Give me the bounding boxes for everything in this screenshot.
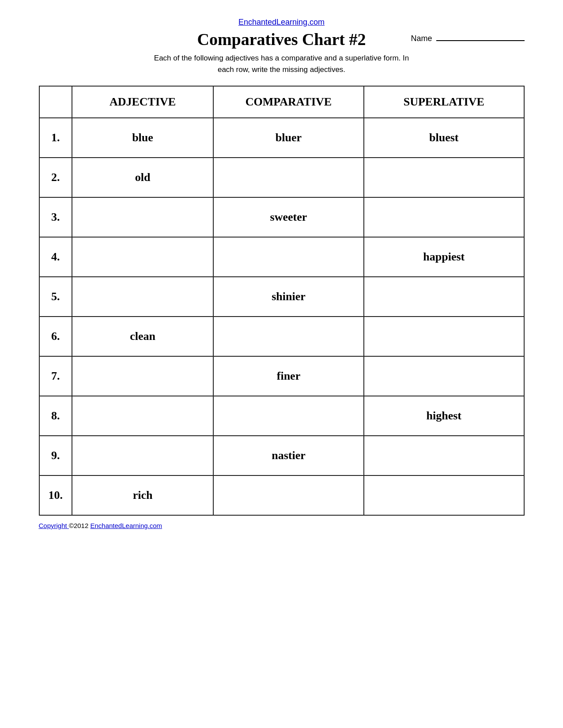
footer: Copyright ©2012 EnchantedLearning.com xyxy=(39,522,162,529)
header-row: Comparatives Chart #2 Name xyxy=(39,30,525,49)
cell-superlative xyxy=(364,317,524,356)
footer-copyright-text: Copyright xyxy=(39,522,67,529)
cell-adjective xyxy=(72,277,213,317)
cell-num: 7. xyxy=(39,356,72,396)
cell-superlative xyxy=(364,475,524,515)
table-row: 3.sweeter xyxy=(39,197,524,237)
cell-comparative xyxy=(213,237,364,277)
cell-adjective xyxy=(72,396,213,436)
cell-comparative xyxy=(213,317,364,356)
table-header: ADJECTIVE COMPARATIVE SUPERLATIVE xyxy=(39,86,524,118)
cell-adjective: rich xyxy=(72,475,213,515)
cell-superlative: happiest xyxy=(364,237,524,277)
cell-adjective xyxy=(72,356,213,396)
name-label: Name xyxy=(411,34,432,43)
header-num xyxy=(39,86,72,118)
site-url-text: EnchantedLearning.com xyxy=(238,18,325,26)
cell-superlative xyxy=(364,158,524,197)
table-row: 9.nastier xyxy=(39,436,524,475)
cell-comparative xyxy=(213,396,364,436)
cell-comparative: sweeter xyxy=(213,197,364,237)
cell-comparative: nastier xyxy=(213,436,364,475)
footer-year: ©2012 xyxy=(69,522,91,529)
cell-adjective: blue xyxy=(72,118,213,158)
cell-num: 2. xyxy=(39,158,72,197)
page-container: EnchantedLearning.com Comparatives Chart… xyxy=(39,18,525,529)
table-body: 1.bluebluerbluest2.old3.sweeter4.happies… xyxy=(39,118,524,515)
cell-adjective: clean xyxy=(72,317,213,356)
table-row: 4.happiest xyxy=(39,237,524,277)
footer-site-link[interactable]: EnchantedLearning.com xyxy=(90,522,162,529)
cell-comparative xyxy=(213,475,364,515)
cell-comparative: finer xyxy=(213,356,364,396)
page-title: Comparatives Chart #2 xyxy=(197,30,366,49)
cell-superlative xyxy=(364,277,524,317)
cell-superlative xyxy=(364,197,524,237)
cell-num: 1. xyxy=(39,118,72,158)
cell-superlative: bluest xyxy=(364,118,524,158)
cell-adjective xyxy=(72,237,213,277)
header-row-tr: ADJECTIVE COMPARATIVE SUPERLATIVE xyxy=(39,86,524,118)
site-link-top[interactable]: EnchantedLearning.com xyxy=(238,18,325,27)
table-row: 5.shinier xyxy=(39,277,524,317)
table-row: 2.old xyxy=(39,158,524,197)
table-row: 6.clean xyxy=(39,317,524,356)
cell-adjective xyxy=(72,436,213,475)
chart-table: ADJECTIVE COMPARATIVE SUPERLATIVE 1.blue… xyxy=(39,86,525,516)
header-comparative: COMPARATIVE xyxy=(213,86,364,118)
cell-superlative xyxy=(364,356,524,396)
footer-copyright-link[interactable]: Copyright xyxy=(39,522,69,529)
name-line xyxy=(436,40,525,41)
table-row: 8.highest xyxy=(39,396,524,436)
cell-num: 9. xyxy=(39,436,72,475)
cell-comparative: shinier xyxy=(213,277,364,317)
table-row: 10.rich xyxy=(39,475,524,515)
cell-superlative: highest xyxy=(364,396,524,436)
cell-adjective: old xyxy=(72,158,213,197)
cell-num: 6. xyxy=(39,317,72,356)
header-superlative: SUPERLATIVE xyxy=(364,86,524,118)
cell-num: 5. xyxy=(39,277,72,317)
table-row: 1.bluebluerbluest xyxy=(39,118,524,158)
cell-num: 10. xyxy=(39,475,72,515)
cell-superlative xyxy=(364,436,524,475)
subtitle: Each of the following adjectives has a c… xyxy=(149,53,414,75)
cell-comparative xyxy=(213,158,364,197)
cell-adjective xyxy=(72,197,213,237)
cell-num: 8. xyxy=(39,396,72,436)
footer-site-link-text: EnchantedLearning.com xyxy=(90,522,162,529)
cell-comparative: bluer xyxy=(213,118,364,158)
cell-num: 4. xyxy=(39,237,72,277)
name-field: Name xyxy=(411,34,524,43)
cell-num: 3. xyxy=(39,197,72,237)
header-adjective: ADJECTIVE xyxy=(72,86,213,118)
table-row: 7.finer xyxy=(39,356,524,396)
